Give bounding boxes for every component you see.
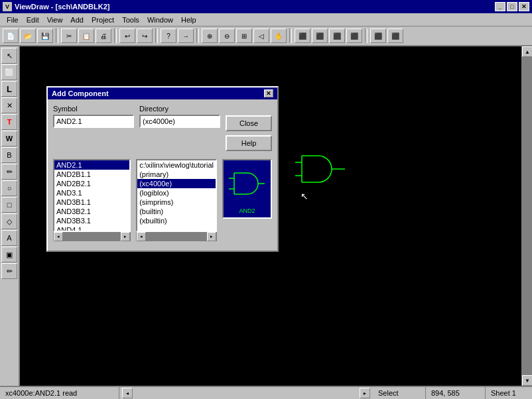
toolbar-zoom-fit[interactable]: ⊞	[236, 28, 252, 43]
menu-edit[interactable]: Edit	[23, 15, 43, 25]
symbol-list-item[interactable]: AND3.1	[54, 188, 129, 198]
toolbar-copy[interactable]: 📋	[78, 28, 94, 43]
toolbar-select2[interactable]: ⬛	[312, 28, 328, 43]
directory-list-item[interactable]: (xc4000e)	[137, 179, 216, 188]
tool-arc[interactable]: A	[1, 230, 17, 246]
left-toolbar: ↖ ⬜ L ✕ T W B ✏ ○ □ ◇ A ▣ ✏	[0, 46, 20, 386]
menu-project[interactable]: Project	[88, 15, 118, 25]
toolbar-pan[interactable]: ✋	[271, 28, 287, 43]
tool-pencil[interactable]: ✏	[1, 164, 17, 180]
toolbar-redo[interactable]: ↪	[137, 28, 153, 43]
toolbar-zoom-prev[interactable]: ◁	[253, 28, 269, 43]
toolbar-select1[interactable]: ⬛	[295, 28, 310, 43]
toolbar-open[interactable]: 📂	[20, 28, 36, 43]
directory-scroll-track[interactable]	[146, 233, 207, 241]
dialog-title-bar: Add Component ✕	[48, 87, 277, 99]
tool-diamond[interactable]: ◇	[1, 213, 17, 229]
symbol-listbox-wrapper: AND2.1 AND2B1.1 AND2B2.1 AND3.1 AND3B1.1…	[53, 159, 131, 241]
directory-list-item[interactable]: (simprims)	[137, 198, 216, 207]
directory-input[interactable]	[139, 115, 220, 128]
close-button[interactable]: ✕	[519, 2, 529, 11]
symbol-list-item[interactable]: AND4.1	[54, 225, 129, 232]
tool-bus[interactable]: B	[1, 147, 17, 163]
scroll-down-button[interactable]: ▼	[522, 375, 532, 386]
tool-circle[interactable]: ○	[1, 180, 17, 196]
menu-view[interactable]: View	[43, 15, 67, 25]
symbol-hscrollbar[interactable]: ◂ ▸	[53, 232, 131, 241]
toolbar: 📄 📂 💾 ✂ 📋 🖨 ↩ ↪ ? → ⊕ ⊖ ⊞ ◁ ✋ ⬛ ⬛ ⬛ ⬛ ⬛ …	[0, 27, 532, 46]
tool-line[interactable]: L	[1, 81, 17, 97]
toolbar-sep1	[56, 28, 58, 43]
symbol-scroll-right[interactable]: ▸	[121, 232, 130, 241]
symbol-scroll-left[interactable]: ◂	[54, 232, 63, 241]
symbol-list-item[interactable]: AND2B1.1	[54, 170, 129, 179]
buttons-column: Close Help	[226, 105, 272, 155]
tool-rect[interactable]: ⬜	[1, 64, 17, 80]
preview-column: AND2	[222, 159, 272, 241]
tool-text[interactable]: T	[1, 114, 17, 130]
tool-box[interactable]: □	[1, 197, 17, 213]
symbol-list-item[interactable]: AND3B3.1	[54, 216, 129, 225]
symbol-list-item[interactable]: AND3B2.1	[54, 207, 129, 216]
directory-scroll-right[interactable]: ▸	[207, 232, 216, 241]
toolbar-sep2	[114, 28, 117, 43]
directory-hscrollbar[interactable]: ◂ ▸	[136, 232, 217, 241]
tool-extra1[interactable]: ▣	[1, 247, 17, 262]
toolbar-select4[interactable]: ⬛	[346, 28, 362, 43]
directory-list-item[interactable]: (xbuiltin)	[137, 216, 216, 225]
toolbar-cut[interactable]: ✂	[61, 28, 77, 43]
coordinates-text: 894, 585	[431, 389, 460, 397]
help-button[interactable]: Help	[226, 135, 272, 151]
directory-list-item[interactable]: (builtin)	[137, 207, 216, 216]
directory-list-item[interactable]: (logiblox)	[137, 188, 216, 198]
scroll-up-button[interactable]: ▲	[522, 46, 532, 57]
directory-list-item[interactable]: (primary)	[137, 170, 216, 179]
right-scroll-track[interactable]	[522, 57, 532, 375]
toolbar-sep6	[365, 28, 367, 43]
toolbar-next[interactable]: →	[178, 28, 194, 43]
tool-wire[interactable]: W	[1, 131, 17, 146]
status-sheet: Sheet 1	[486, 387, 532, 399]
status-text: xc4000e:AND2.1 read	[5, 389, 77, 397]
scroll-right-button[interactable]: ▸	[360, 388, 370, 398]
toolbar-zoom-out[interactable]: ⊖	[219, 28, 235, 43]
title-bar-left: V ViewDraw - [sch\ANDBLK2]	[3, 2, 109, 11]
tool-select[interactable]: ↖	[1, 48, 17, 64]
toolbar-sep5	[289, 28, 292, 43]
menu-bar: File Edit View Add Project Tools Window …	[0, 13, 532, 27]
minimize-button[interactable]: _	[495, 2, 505, 11]
menu-tools[interactable]: Tools	[118, 15, 143, 25]
toolbar-print[interactable]: 🖨	[96, 28, 111, 43]
toolbar-new[interactable]: 📄	[3, 28, 19, 43]
tool-extra2[interactable]: ✏	[1, 263, 17, 279]
tool-cross[interactable]: ✕	[1, 97, 17, 113]
status-coordinates: 894, 585	[426, 387, 486, 399]
toolbar-help[interactable]: ?	[161, 28, 176, 43]
directory-list-item[interactable]: c:\xilinx\viewlog\tutorial	[137, 160, 216, 170]
scroll-left-button[interactable]: ◂	[122, 388, 133, 398]
directory-column: Directory	[139, 105, 220, 155]
close-button[interactable]: Close	[226, 115, 272, 131]
cursor-arrow: ↖	[300, 191, 308, 199]
toolbar-extra2[interactable]: ⬛	[387, 28, 403, 43]
symbol-scroll-track[interactable]	[63, 233, 121, 241]
symbol-listbox[interactable]: AND2.1 AND2B1.1 AND2B2.1 AND3.1 AND3B1.1…	[53, 159, 131, 232]
toolbar-undo[interactable]: ↩	[119, 28, 135, 43]
toolbar-save[interactable]: 💾	[37, 28, 53, 43]
menu-add[interactable]: Add	[66, 15, 88, 25]
directory-scroll-left[interactable]: ◂	[137, 232, 146, 241]
right-scrollbar: ▲ ▼	[521, 46, 532, 386]
symbol-list-item[interactable]: AND2.1	[54, 160, 129, 170]
toolbar-zoom-in[interactable]: ⊕	[202, 28, 218, 43]
menu-window[interactable]: Window	[143, 15, 177, 25]
maximize-button[interactable]: □	[507, 2, 517, 11]
directory-listbox[interactable]: c:\xilinx\viewlog\tutorial (primary) (xc…	[136, 159, 217, 232]
menu-file[interactable]: File	[3, 15, 23, 25]
toolbar-select3[interactable]: ⬛	[329, 28, 345, 43]
toolbar-extra1[interactable]: ⬛	[370, 28, 386, 43]
symbol-list-item[interactable]: AND2B2.1	[54, 179, 129, 188]
dialog-close-icon-button[interactable]: ✕	[264, 89, 273, 97]
symbol-list-item[interactable]: AND3B1.1	[54, 198, 129, 207]
symbol-input[interactable]	[53, 115, 134, 128]
menu-help[interactable]: Help	[177, 15, 200, 25]
